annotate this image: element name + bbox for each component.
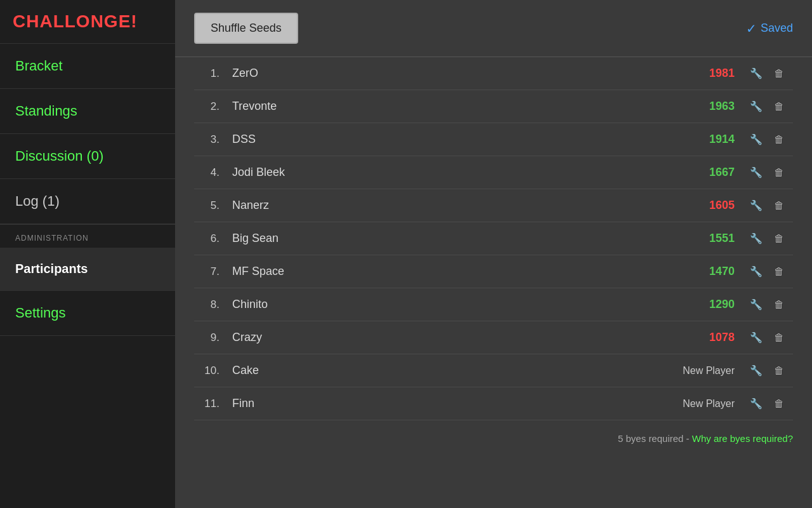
participant-rank: 11.	[200, 398, 232, 410]
participant-rank: 4.	[200, 166, 232, 179]
sidebar-item-bracket[interactable]: Bracket	[0, 44, 175, 89]
delete-icon[interactable]: 🗑	[771, 100, 787, 114]
participant-rank: 7.	[200, 265, 232, 278]
participant-score: 1667	[697, 166, 747, 179]
participant-name: Nanerz	[232, 199, 697, 212]
shuffle-seeds-button[interactable]: Shuffle Seeds	[194, 13, 298, 44]
participant-rank: 9.	[200, 331, 232, 344]
participant-actions: 🔧🗑	[747, 297, 787, 312]
sidebar-item-label: Participants	[15, 262, 88, 276]
delete-icon[interactable]: 🗑	[771, 331, 787, 345]
sidebar-item-label: Discussion (0)	[15, 148, 103, 164]
participant-actions: 🔧🗑	[747, 396, 787, 411]
participant-row: 11.FinnNew Player🔧🗑	[194, 387, 793, 420]
edit-icon[interactable]: 🔧	[747, 264, 765, 279]
edit-icon[interactable]: 🔧	[747, 396, 765, 411]
delete-icon[interactable]: 🗑	[771, 364, 787, 378]
participant-row: 1.ZerO1981🔧🗑	[194, 57, 793, 90]
edit-icon[interactable]: 🔧	[747, 363, 765, 378]
participant-name: ZerO	[232, 67, 697, 80]
participant-name: Trevonte	[232, 100, 697, 113]
logo-text: CHALLONGE!	[13, 11, 138, 31]
participant-rank: 3.	[200, 133, 232, 146]
participant-actions: 🔧🗑	[747, 66, 787, 81]
edit-icon[interactable]: 🔧	[747, 231, 765, 246]
edit-icon[interactable]: 🔧	[747, 198, 765, 213]
participant-score: 1981	[697, 67, 747, 80]
footer-note: 5 byes required - Why are byes required?	[175, 420, 812, 457]
participant-score: New Player	[678, 398, 747, 410]
participant-name: Crazy	[232, 331, 697, 344]
sidebar-item-label: Standings	[15, 103, 77, 119]
participant-score: New Player	[678, 365, 747, 377]
delete-icon[interactable]: 🗑	[771, 298, 787, 312]
participants-list: 1.ZerO1981🔧🗑2.Trevonte1963🔧🗑3.DSS1914🔧🗑4…	[175, 57, 812, 420]
participant-name: Cake	[232, 364, 678, 377]
participant-score: 1290	[697, 298, 747, 311]
participant-name: Jodi Bleek	[232, 166, 697, 179]
participant-score: 1914	[697, 133, 747, 146]
delete-icon[interactable]: 🗑	[771, 166, 787, 180]
participant-row: 9.Crazy1078🔧🗑	[194, 321, 793, 354]
participant-row: 7.MF Space1470🔧🗑	[194, 255, 793, 288]
edit-icon[interactable]: 🔧	[747, 330, 765, 345]
sidebar-item-label: Bracket	[15, 58, 63, 74]
participant-row: 8.Chinito1290🔧🗑	[194, 288, 793, 321]
participant-row: 2.Trevonte1963🔧🗑	[194, 90, 793, 123]
participant-name: Big Sean	[232, 232, 697, 245]
participant-score: 1551	[697, 232, 747, 245]
participant-name: MF Space	[232, 265, 697, 278]
delete-icon[interactable]: 🗑	[771, 133, 787, 147]
participant-row: 4.Jodi Bleek1667🔧🗑	[194, 156, 793, 189]
sidebar-item-discussion[interactable]: Discussion (0)	[0, 134, 175, 179]
sidebar-item-label: Log (1)	[15, 193, 60, 209]
participant-row: 5.Nanerz1605🔧🗑	[194, 189, 793, 222]
delete-icon[interactable]: 🗑	[771, 265, 787, 279]
sidebar-item-log[interactable]: Log (1)	[0, 179, 175, 224]
participant-name: Chinito	[232, 298, 697, 311]
participant-name: Finn	[232, 397, 678, 410]
participant-rank: 2.	[200, 100, 232, 113]
participant-row: 3.DSS1914🔧🗑	[194, 123, 793, 156]
participant-row: 6.Big Sean1551🔧🗑	[194, 222, 793, 255]
delete-icon[interactable]: 🗑	[771, 199, 787, 213]
sidebar-item-label: Settings	[15, 305, 66, 321]
delete-icon[interactable]: 🗑	[771, 397, 787, 411]
edit-icon[interactable]: 🔧	[747, 297, 765, 312]
edit-icon[interactable]: 🔧	[747, 99, 765, 114]
toolbar: Shuffle Seeds ✓ Saved	[175, 0, 812, 57]
participant-rank: 1.	[200, 67, 232, 80]
sidebar-item-settings[interactable]: Settings	[0, 291, 175, 336]
sidebar-item-participants[interactable]: Participants	[0, 248, 175, 291]
participant-score: 1470	[697, 265, 747, 278]
participant-score: 1605	[697, 199, 747, 212]
delete-icon[interactable]: 🗑	[771, 232, 787, 246]
participant-actions: 🔧🗑	[747, 363, 787, 378]
participant-actions: 🔧🗑	[747, 198, 787, 213]
edit-icon[interactable]: 🔧	[747, 132, 765, 147]
participant-actions: 🔧🗑	[747, 99, 787, 114]
participant-rank: 10.	[200, 364, 232, 377]
participant-name: DSS	[232, 133, 697, 146]
delete-icon[interactable]: 🗑	[771, 67, 787, 81]
sidebar: CHALLONGE! Bracket Standings Discussion …	[0, 0, 175, 508]
participant-actions: 🔧🗑	[747, 264, 787, 279]
participant-actions: 🔧🗑	[747, 132, 787, 147]
participant-score: 1078	[697, 331, 747, 344]
sidebar-item-standings[interactable]: Standings	[0, 89, 175, 134]
participant-actions: 🔧🗑	[747, 231, 787, 246]
participant-rank: 5.	[200, 199, 232, 212]
participant-actions: 🔧🗑	[747, 165, 787, 180]
participant-row: 10.CakeNew Player🔧🗑	[194, 354, 793, 387]
byes-link[interactable]: Why are byes required?	[692, 433, 793, 444]
checkmark-icon: ✓	[746, 21, 757, 36]
saved-label: Saved	[761, 22, 793, 35]
edit-icon[interactable]: 🔧	[747, 66, 765, 81]
main-content: Shuffle Seeds ✓ Saved 1.ZerO1981🔧🗑2.Trev…	[175, 0, 812, 508]
byes-note: 5 byes required -	[618, 433, 692, 444]
edit-icon[interactable]: 🔧	[747, 165, 765, 180]
participant-rank: 8.	[200, 298, 232, 311]
participant-score: 1963	[697, 100, 747, 113]
participant-rank: 6.	[200, 232, 232, 245]
app-logo: CHALLONGE!	[0, 0, 175, 44]
